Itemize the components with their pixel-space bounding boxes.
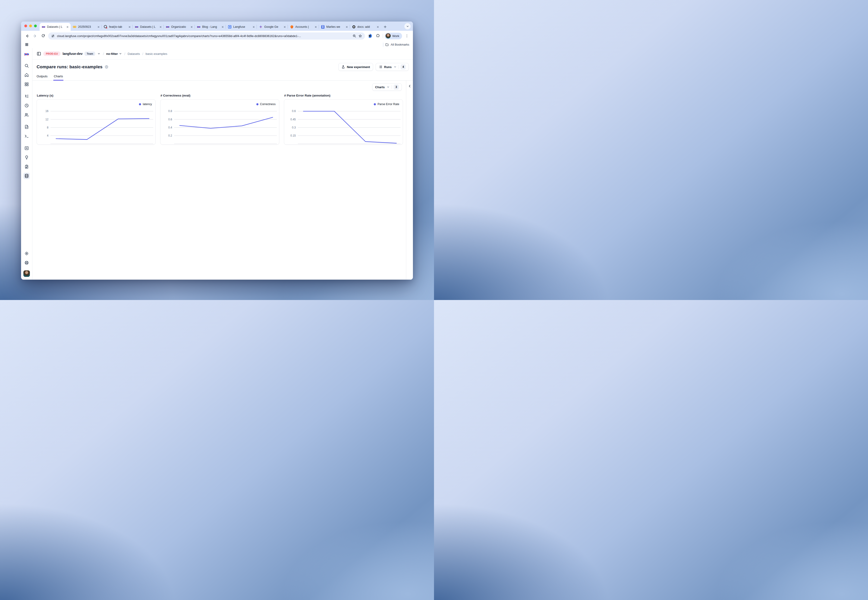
environment-badge[interactable]: PROD-EU [43, 52, 61, 56]
sidebar-item-search[interactable] [23, 62, 30, 69]
sidebar-item-insights[interactable] [23, 154, 30, 161]
browser-tab-strip: Datasets | L 20250923 feat(io-tab Datase… [21, 21, 413, 31]
address-bar[interactable]: cloud.langfuse.com/project/cmfwgv8fx002o… [48, 32, 365, 39]
sidebar-item-sessions[interactable] [23, 102, 30, 109]
sidebar-item-home[interactable] [23, 72, 30, 78]
chart-parse-error-rate: # Parse Error Rate (annotation) 0.60.450… [284, 92, 403, 145]
collapse-panel-chevron-icon[interactable] [408, 84, 411, 280]
tab-close-icon[interactable] [128, 26, 131, 29]
button-divider [392, 85, 392, 89]
tab-charts[interactable]: Charts [54, 74, 63, 80]
tab-close-icon[interactable] [252, 26, 255, 29]
tab-close-icon[interactable] [66, 26, 69, 29]
blue-list-favicon [321, 25, 325, 29]
legend-dot [256, 103, 258, 105]
refresh-icon[interactable] [40, 33, 47, 39]
charts-count-badge: 3 [394, 85, 399, 89]
page-title: Compare runs: basic-examples [36, 64, 103, 70]
browser-menu-kebab-icon[interactable] [404, 33, 410, 39]
browser-tab[interactable]: Datasets | L [133, 23, 164, 31]
tab-close-icon[interactable] [159, 26, 162, 29]
browser-tab[interactable]: docs: add [350, 23, 381, 31]
charts-dropdown-button[interactable]: Charts 3 [372, 83, 402, 91]
chart-card[interactable]: 161284 latency [36, 99, 156, 145]
runs-count-badge: 4 [401, 64, 406, 70]
site-settings-icon[interactable] [51, 34, 55, 38]
tab-search-chevron-icon[interactable] [404, 23, 411, 29]
sidebar-item-dashboards[interactable] [23, 81, 30, 88]
browser-tab[interactable]: Organizatio [164, 23, 195, 31]
breadcrumb-datasets-link[interactable]: Datasets [127, 52, 140, 56]
toggle-sidebar-icon[interactable] [36, 52, 41, 56]
svg-text:0.15: 0.15 [290, 134, 296, 137]
chart-title: Latency (s) [37, 94, 156, 97]
tab-close-icon[interactable] [376, 26, 379, 29]
browser-tab[interactable]: Datasets | L [39, 23, 71, 31]
sidebar-item-users[interactable] [23, 112, 30, 118]
apps-grid-icon[interactable] [25, 42, 29, 47]
tab-title: Marlies we [326, 25, 344, 29]
charts-label: Charts [375, 85, 385, 89]
org-role-badge[interactable]: Team [85, 52, 95, 56]
sidebar-item-evaluators[interactable] [23, 145, 30, 152]
sidebar-item-tracing[interactable] [23, 93, 30, 100]
zoom-window-button[interactable] [34, 24, 37, 27]
browser-tab[interactable]: feat(io-tab [102, 23, 133, 31]
forward-icon[interactable] [32, 33, 38, 39]
langfuse-logo[interactable] [23, 51, 30, 58]
sidebar-item-datasets[interactable] [23, 173, 30, 179]
tab-outputs[interactable]: Outputs [36, 74, 47, 80]
orange-gem-favicon [290, 25, 294, 29]
browser-tab[interactable]: 20250923 [71, 23, 102, 31]
chart-card[interactable]: 0.80.60.40.2 Correctness [160, 99, 279, 145]
browser-tab[interactable]: Accounts | [288, 23, 319, 31]
bookmark-star-icon[interactable] [358, 34, 362, 38]
langfuse-favicon [135, 25, 138, 29]
github-pr-favicon [104, 25, 108, 29]
new-experiment-button[interactable]: New experiment [338, 63, 373, 71]
password-extension-icon[interactable] [367, 33, 373, 39]
tab-close-icon[interactable] [345, 26, 348, 29]
langfuse-app: PROD-EU langfuse-dev Team / no-filter / … [21, 48, 413, 280]
content-wrap: Charts 3 Latency (s) 161284 [32, 80, 413, 280]
info-icon[interactable] [105, 65, 108, 69]
breadcrumb-dataset-name[interactable]: basic-examples [146, 52, 167, 56]
tab-close-icon[interactable] [97, 26, 100, 29]
tab-close-icon[interactable] [314, 26, 317, 29]
zoom-page-icon[interactable] [352, 34, 356, 38]
browser-tab[interactable]: Langfuse [226, 23, 257, 31]
url-text[interactable]: cloud.langfuse.com/project/cmfwgv8fx002o… [57, 34, 351, 38]
browser-tab[interactable]: Marlies we [319, 23, 350, 31]
user-avatar[interactable] [23, 270, 30, 277]
back-icon[interactable] [24, 33, 30, 39]
sidebar-item-playground[interactable] [23, 133, 30, 139]
profile-avatar [385, 33, 391, 38]
browser-profile-button[interactable]: Work [385, 33, 402, 39]
tab-close-icon[interactable] [221, 26, 224, 29]
org-name[interactable]: langfuse-dev [62, 52, 82, 56]
chart-card[interactable]: 0.60.450.30.15 Parse Error Rate [284, 99, 403, 145]
sidebar-item-annotation-queues[interactable] [23, 164, 30, 170]
breadcrumb-separator: / [142, 52, 143, 56]
close-window-button[interactable] [24, 24, 27, 27]
tab-close-icon[interactable] [190, 26, 193, 29]
toolbar-divider [383, 34, 383, 38]
project-selector[interactable]: no-filter [106, 52, 122, 56]
org-chevron-down-icon[interactable] [97, 52, 100, 55]
tab-close-icon[interactable] [283, 26, 286, 29]
folder-icon [385, 43, 389, 47]
chart-title: # Correctness (eval) [161, 94, 279, 97]
runs-dropdown-button[interactable]: Runs 4 [376, 63, 409, 71]
svg-text:0.45: 0.45 [290, 118, 296, 121]
extensions-puzzle-icon[interactable] [375, 33, 381, 39]
sidebar-item-prompts[interactable] [23, 124, 30, 130]
minimize-window-button[interactable] [29, 24, 32, 27]
sidebar-item-settings[interactable] [23, 250, 30, 257]
sidebar-item-support[interactable] [23, 259, 30, 266]
new-tab-button[interactable] [382, 24, 388, 30]
github-favicon [352, 25, 356, 29]
browser-tab[interactable]: Blog - Lang [195, 23, 226, 31]
all-bookmarks-button[interactable]: All Bookmarks [391, 43, 409, 46]
browser-tab[interactable]: Google Ge [257, 23, 288, 31]
breadcrumb-separator: / [124, 52, 126, 56]
